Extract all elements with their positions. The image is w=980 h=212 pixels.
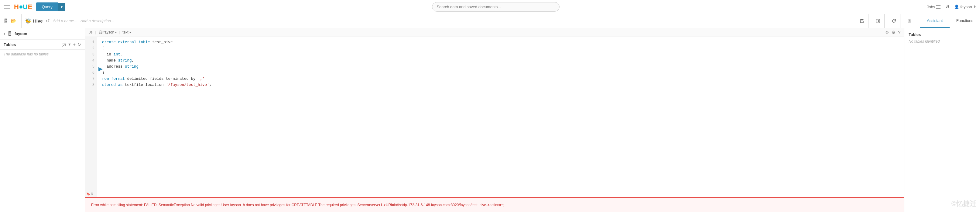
search-input[interactable] [432, 2, 560, 11]
right-panel: Tables No tables identified. [904, 28, 980, 212]
filter-icon[interactable]: ▼ [68, 42, 72, 47]
no-tables-message: The database has no tables [0, 50, 85, 59]
logo-dot [19, 5, 22, 8]
logo: HUE [14, 3, 32, 11]
error-panel: Error while compiling statement: FAILED:… [85, 198, 904, 212]
save-files-icon[interactable]: 📂 [11, 18, 16, 24]
line-num-3: 3 [85, 51, 97, 58]
editor-toolbar: 0s | fayson ▾ | text ▾ ⚙ ⚙ ? [85, 28, 904, 37]
jobs-icon [936, 5, 940, 8]
svg-point-6 [909, 20, 910, 22]
logo-e: E [28, 3, 33, 11]
line-col-text: 8 [91, 192, 93, 196]
sidebar-db-name: fayson [14, 31, 27, 36]
exec-time: 0s [89, 30, 93, 34]
left-sidebar: ‹ 🗄 fayson Tables (0) ▼ + ↻ The database… [0, 28, 85, 212]
user-label[interactable]: 👤 fayson_h [954, 5, 976, 9]
add-table-icon[interactable]: + [73, 42, 76, 47]
line-col-indicator: 🔖 8 [86, 192, 93, 196]
toolbar-tag-btn[interactable] [888, 14, 900, 28]
hamburger-icon[interactable] [4, 5, 10, 9]
right-panel-no-tables: No tables identified. [908, 39, 976, 43]
error-message: Error while compiling statement: FAILED:… [91, 203, 504, 207]
tab-functions[interactable]: Functions [950, 14, 980, 28]
second-bar: 🗄 📂 🐝 Hive ↺ Add a name... Add a descrip… [0, 14, 980, 28]
navbar: HUE Query ▾ Jobs ↺ 👤 fayson_h [0, 0, 980, 14]
editor-area: 0s | fayson ▾ | text ▾ ⚙ ⚙ ? 1 [85, 28, 904, 212]
toolbar-settings-icon[interactable]: ⚙ [892, 30, 896, 35]
code-lines: 1 2 3 4 5 6 7 8 create external table te… [85, 37, 904, 198]
jobs-text: Jobs [927, 5, 935, 9]
second-bar-left: 🗄 📂 [4, 14, 22, 28]
history-icon[interactable]: ↺ [945, 4, 949, 10]
code-content[interactable]: create external table test_hive ( id int… [97, 37, 904, 198]
navbar-left: HUE Query ▾ [4, 2, 65, 11]
line-numbers: 1 2 3 4 5 6 7 8 [85, 37, 97, 198]
bookmark-icon: 🔖 [86, 192, 90, 196]
query-btn-group: Query ▾ [36, 2, 65, 11]
svg-point-7 [99, 31, 102, 32]
toolbar-actions: ⚙ ⚙ ? [885, 30, 900, 35]
line-num-7: 7 [85, 76, 97, 82]
line-num-5: 5 [85, 64, 97, 70]
tab-assistant[interactable]: Assistant [920, 14, 950, 28]
line-num-4: 4 [85, 58, 97, 64]
query-button[interactable]: Query [36, 2, 58, 11]
type-label: text [123, 30, 128, 34]
refresh-icon[interactable]: ↻ [78, 42, 81, 47]
db-selector[interactable]: fayson ▾ [99, 30, 117, 34]
code-editor[interactable]: 1 2 3 4 5 6 7 8 create external table te… [85, 37, 904, 198]
sidebar-tables-row: Tables (0) ▼ + ↻ [0, 40, 85, 50]
line-num-1: 1 [85, 39, 97, 45]
back-arrow-icon[interactable]: ‹ [4, 31, 5, 36]
svg-rect-2 [861, 21, 863, 22]
logo-h: H [14, 3, 19, 11]
toolbar-file-icon[interactable]: ⚙ [885, 30, 889, 35]
line-num-2: 2 [85, 45, 97, 51]
toolbar-save-btn[interactable] [856, 14, 869, 28]
toolbar-settings-btn[interactable] [904, 14, 916, 28]
navbar-center [68, 2, 923, 11]
desc-placeholder[interactable]: Add a description... [81, 19, 114, 23]
hive-text: Hive [33, 18, 43, 24]
database-icon: 🗄 [4, 18, 8, 24]
line-num-6: 6 [85, 70, 97, 76]
sidebar-db-icon: 🗄 [8, 31, 12, 36]
tables-count: (0) [61, 42, 66, 47]
undo-icon[interactable]: ↺ [46, 18, 50, 24]
toolbar-export-btn[interactable] [872, 14, 885, 28]
right-panel-tables-title: Tables [908, 32, 976, 37]
hive-label: 🐝 Hive [25, 18, 43, 24]
db-chevron-icon: ▾ [115, 31, 117, 34]
main-layout: ‹ 🗄 fayson Tables (0) ▼ + ↻ The database… [0, 28, 980, 212]
svg-point-5 [894, 19, 895, 20]
line-num-8: 8 [85, 82, 97, 88]
second-bar-center: 🐝 Hive ↺ Add a name... Add a description… [22, 14, 920, 28]
type-chevron-icon: ▾ [129, 31, 131, 34]
type-selector[interactable]: text ▾ [123, 30, 130, 34]
right-tabs: Assistant Functions [920, 14, 980, 28]
navbar-right: Jobs ↺ 👤 fayson_h [927, 4, 976, 10]
username-text: fayson_h [960, 5, 976, 9]
user-icon: 👤 [954, 5, 959, 9]
sidebar-header: ‹ 🗄 fayson [0, 28, 85, 40]
logo-u: U [23, 3, 28, 11]
query-dropdown-button[interactable]: ▾ [58, 3, 65, 11]
name-placeholder[interactable]: Add a name... [53, 19, 78, 23]
hive-bee-icon: 🐝 [25, 18, 31, 24]
toolbar-help-icon[interactable]: ? [898, 30, 900, 35]
run-indicator[interactable]: ▶ [99, 66, 103, 72]
svg-rect-1 [861, 19, 863, 21]
jobs-label[interactable]: Jobs [927, 5, 940, 9]
db-name-label: fayson [103, 30, 114, 34]
tables-label: Tables [4, 42, 60, 47]
